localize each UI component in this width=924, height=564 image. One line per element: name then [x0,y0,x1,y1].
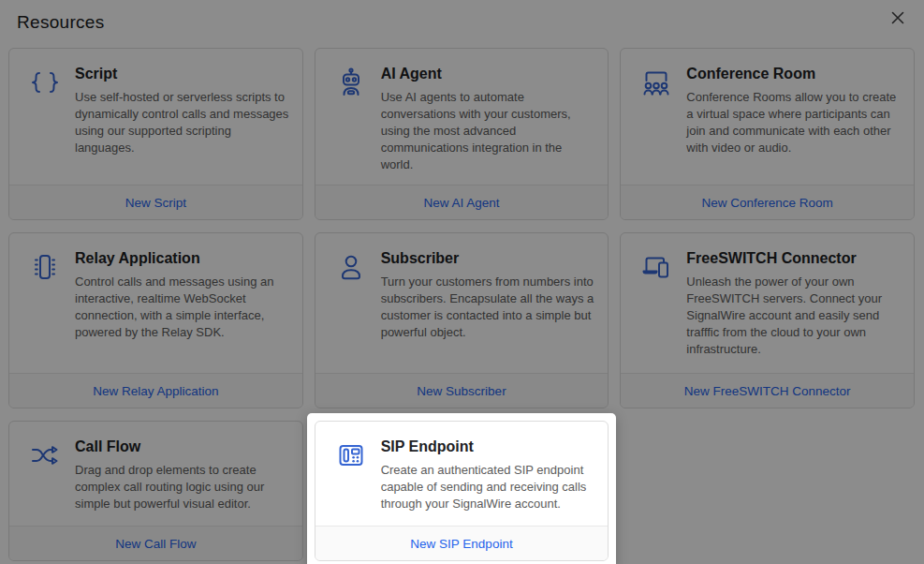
new-freeswitch-connector-label: New FreeSWITCH Connector [684,384,851,398]
new-call-flow-button[interactable]: New Call Flow [9,526,302,560]
resource-card-ai-agent[interactable]: AI Agent Use AI agents to automate conve… [315,48,609,220]
new-sip-endpoint-button[interactable]: New SIP Endpoint [315,526,609,560]
resource-cards-grid: Script Use self-hosted or serverless scr… [0,41,924,561]
new-call-flow-label: New Call Flow [115,537,196,551]
laptop-phone-icon [639,251,675,283]
card-body: Conference Room Conference Rooms allow y… [621,49,914,171]
conference-icon [639,67,675,98]
new-ai-agent-label: New AI Agent [423,196,499,210]
card-body: FreeSWITCH Connector Unleash the power o… [621,233,914,373]
chip-icon [28,251,64,283]
resource-card-subscriber[interactable]: Subscriber Turn your customers from numb… [315,232,609,408]
card-body: AI Agent Use AI agents to automate conve… [315,49,609,185]
new-sip-endpoint-label: New SIP Endpoint [410,537,512,551]
card-description: Use AI agents to automate conversations … [381,89,595,173]
braces-icon [28,67,64,98]
new-relay-application-button[interactable]: New Relay Application [9,373,302,408]
card-title: AI Agent [381,66,595,82]
resource-card-call-flow[interactable]: Call Flow Drag and drop elements to crea… [8,421,303,561]
page-title: Resources [17,12,907,33]
card-title: Relay Application [75,250,289,267]
card-title: FreeSWITCH Connector [686,250,901,267]
card-description: Turn your customers from numbers into su… [381,274,595,341]
card-title: Conference Room [686,66,901,82]
card-body: Relay Application Control calls and mess… [9,233,302,373]
card-body: Script Use self-hosted or serverless scr… [9,49,302,171]
card-title: Script [75,66,289,82]
new-freeswitch-connector-button[interactable]: New FreeSWITCH Connector [621,373,914,408]
resource-card-script[interactable]: Script Use self-hosted or serverless scr… [8,48,303,220]
resource-card-sip-endpoint[interactable]: SIP Endpoint Create an authenticated SIP… [315,421,609,561]
spotlight-highlight: SIP Endpoint Create an authenticated SIP… [307,413,617,564]
resource-card-freeswitch-connector[interactable]: FreeSWITCH Connector Unleash the power o… [620,232,915,408]
new-subscriber-label: New Subscriber [417,384,506,398]
desk-phone-icon [334,439,370,471]
new-conference-room-button[interactable]: New Conference Room [621,185,914,219]
close-icon[interactable] [887,7,909,29]
resources-modal: { "header": { "title": "Resources" }, "a… [0,0,924,564]
card-description: Control calls and messages using an inte… [75,274,289,341]
person-icon [334,251,370,283]
card-description: Unleash the power of your own FreeSWITCH… [686,274,901,358]
card-title: Call Flow [75,438,289,455]
shuffle-icon [28,439,64,471]
resource-card-conference-room[interactable]: Conference Room Conference Rooms allow y… [620,48,915,220]
card-description: Create an authenticated SIP endpoint cap… [381,462,595,512]
robot-icon [334,67,370,98]
new-subscriber-button[interactable]: New Subscriber [315,373,609,408]
modal-header: Resources [0,0,924,41]
card-title: SIP Endpoint [381,438,595,455]
card-description: Conference Rooms allow you to create a v… [686,89,901,156]
new-script-label: New Script [125,196,186,210]
card-description: Use self-hosted or serverless scripts to… [75,89,289,156]
card-description: Drag and drop elements to create complex… [75,462,289,512]
card-body: Subscriber Turn your customers from numb… [315,233,609,373]
new-ai-agent-button[interactable]: New AI Agent [315,185,609,219]
new-script-button[interactable]: New Script [9,185,302,219]
resource-card-relay-application[interactable]: Relay Application Control calls and mess… [8,232,303,408]
card-body: SIP Endpoint Create an authenticated SIP… [315,422,609,526]
new-relay-application-label: New Relay Application [93,384,218,398]
card-title: Subscriber [381,250,595,267]
new-conference-room-label: New Conference Room [701,196,832,210]
card-body: Call Flow Drag and drop elements to crea… [9,422,302,526]
